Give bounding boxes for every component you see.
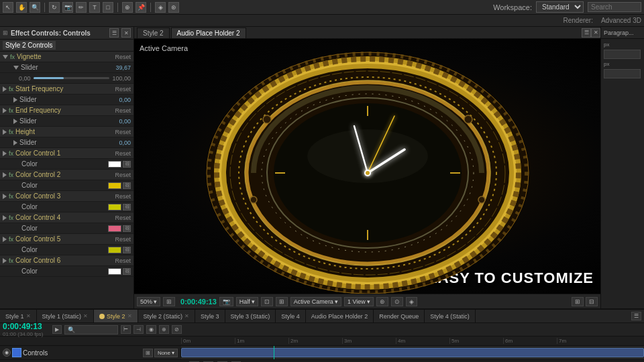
color2-row[interactable]: Color ⛓: [0, 180, 133, 191]
slider-h-value[interactable]: 0,00: [111, 139, 131, 146]
tool-rotate[interactable]: ↻: [49, 2, 60, 13]
color5-swatch[interactable]: [108, 247, 121, 253]
tl-tab-style1static[interactable]: Style 1 (Static) ✕: [37, 310, 95, 322]
layer-switches-btn[interactable]: ⊞: [143, 349, 153, 357]
view-dropdown[interactable]: 1 View ▾: [344, 297, 374, 306]
tool-pin[interactable]: 📌: [136, 2, 146, 13]
color3-swatch[interactable]: [108, 204, 121, 210]
color6-row[interactable]: Color ⛓: [0, 266, 133, 277]
vignette-header[interactable]: fx Vignette Reset: [0, 52, 133, 62]
tool-zoom[interactable]: 🔍: [30, 2, 40, 13]
color5-reset[interactable]: Reset: [115, 236, 131, 243]
camera-icon-btn[interactable]: 📷: [219, 297, 233, 306]
tl-search-input[interactable]: [64, 325, 118, 335]
track-content-area[interactable]: [181, 346, 644, 359]
quality-dropdown[interactable]: Half ▾: [236, 297, 258, 306]
end-freq-reset[interactable]: Reset: [115, 107, 131, 114]
comp-panel-close[interactable]: ✕: [591, 28, 600, 38]
color1-swatch[interactable]: [108, 161, 121, 168]
color4-chain[interactable]: ⛓: [123, 225, 131, 232]
tool-hand[interactable]: ✋: [16, 2, 27, 13]
rp-input2[interactable]: [604, 69, 641, 78]
viewport[interactable]: Active Camera: [134, 39, 600, 294]
tl-transport-btn4[interactable]: ⊕: [159, 325, 169, 334]
tool-camera[interactable]: 📷: [62, 2, 73, 13]
height-reset[interactable]: Reset: [115, 129, 131, 135]
height-header[interactable]: fx Height Reset: [0, 127, 133, 137]
vp-extra-btn[interactable]: ⊛: [376, 297, 388, 306]
tool-text[interactable]: T: [89, 2, 100, 13]
color5-header[interactable]: fx Color Control 5 Reset: [0, 234, 133, 245]
color4-reset[interactable]: Reset: [115, 215, 131, 221]
slider-sf-value[interactable]: 0,00: [111, 97, 131, 103]
start-freq-header[interactable]: fx Start Frequency Reset: [0, 84, 133, 95]
tl-tab-style2static[interactable]: Style 2 (Static) ✕: [138, 310, 196, 322]
tl-tab-renderqueue[interactable]: Render Queue: [374, 310, 425, 322]
color2-swatch[interactable]: [108, 182, 121, 189]
color3-row[interactable]: Color ⛓: [0, 202, 133, 213]
tool-mask[interactable]: ◈: [155, 2, 166, 13]
tl-tab-style2[interactable]: Style 2 ✕: [94, 310, 138, 322]
color6-swatch[interactable]: [108, 268, 121, 275]
tl-tab-style3static[interactable]: Style 3 (Static): [225, 310, 276, 322]
tool-roto[interactable]: ⊛: [168, 2, 179, 13]
height-slider-row[interactable]: Slider 0,00: [0, 137, 133, 148]
color2-header[interactable]: fx Color Control 2 Reset: [0, 170, 133, 180]
color4-header[interactable]: fx Color Control 4 Reset: [0, 213, 133, 223]
tl-tab-style4static[interactable]: Style 4 (Static): [425, 310, 476, 322]
tl-tab-audio2[interactable]: Audio Place Holder 2: [306, 310, 374, 322]
color4-swatch[interactable]: [108, 225, 121, 232]
comp-panel-menu[interactable]: ☰: [582, 28, 591, 38]
start-freq-slider-row[interactable]: Slider 0,00: [0, 95, 133, 105]
comp-tab-style2[interactable]: Style 2: [137, 27, 170, 38]
color1-row[interactable]: Color ⛓: [0, 159, 133, 170]
toggle-grid[interactable]: ⊞: [276, 297, 288, 306]
tl-tab-style1[interactable]: Style 1 ✕: [0, 310, 37, 322]
color5-row[interactable]: Color ⛓: [0, 245, 133, 255]
tl-transport-btn2[interactable]: ⊣: [133, 325, 144, 334]
tl-menu-btn[interactable]: ☰: [631, 312, 641, 320]
tl-transport-btn1[interactable]: ⊢: [121, 325, 131, 334]
color3-chain[interactable]: ⛓: [123, 204, 131, 210]
color2-reset[interactable]: Reset: [115, 172, 131, 178]
vp-extra-btn2[interactable]: ⊙: [391, 297, 403, 306]
vp-extra-btn3[interactable]: ◈: [406, 297, 417, 306]
workspace-select[interactable]: Standard: [536, 1, 584, 13]
color1-reset[interactable]: Reset: [115, 150, 131, 157]
panel-close-btn[interactable]: ✕: [121, 28, 131, 38]
vignette-reset-btn[interactable]: Reset: [115, 54, 131, 60]
resolution-btn[interactable]: ⊞: [163, 297, 175, 306]
panel-menu-btn[interactable]: ☰: [109, 28, 119, 38]
slider-ef-value[interactable]: 0,00: [111, 118, 131, 125]
tool-shape[interactable]: □: [103, 2, 113, 13]
slider-value[interactable]: 39,67: [111, 64, 131, 71]
search-input[interactable]: [588, 2, 641, 12]
vignette-slider-row[interactable]: Slider 39,67: [0, 62, 133, 73]
color6-header[interactable]: fx Color Control 6 Reset: [0, 255, 133, 266]
color4-row[interactable]: Color ⛓: [0, 223, 133, 234]
parent-dropdown[interactable]: None ▾: [154, 349, 178, 357]
color6-reset[interactable]: Reset: [115, 257, 131, 264]
layer-visibility-btn[interactable]: ◉: [3, 349, 11, 357]
tl-time-display[interactable]: 0:00:49:13: [3, 322, 50, 331]
tl-tab-style1static-close[interactable]: ✕: [83, 313, 88, 319]
tool-pen[interactable]: ✏: [76, 2, 87, 13]
color5-chain[interactable]: ⛓: [123, 247, 131, 253]
rp-input1[interactable]: [604, 50, 641, 59]
tl-tab-style1-close[interactable]: ✕: [26, 313, 31, 319]
zoom-dropdown[interactable]: 50% ▾: [137, 297, 160, 306]
color6-chain[interactable]: ⛓: [123, 268, 131, 275]
tool-puppet[interactable]: ⊕: [122, 2, 133, 13]
color1-header[interactable]: fx Color Control 1 Reset: [0, 148, 133, 159]
tl-transport-btn3[interactable]: ◉: [146, 325, 156, 334]
tl-tab-style3[interactable]: Style 3: [195, 310, 225, 322]
color2-chain[interactable]: ⛓: [123, 182, 131, 189]
tool-select[interactable]: ↖: [3, 2, 13, 13]
end-freq-slider-row[interactable]: Slider 0,00: [0, 116, 133, 127]
color3-reset[interactable]: Reset: [115, 193, 131, 200]
tl-play-btn[interactable]: ▶: [52, 325, 62, 334]
vp-right-1[interactable]: ⊞: [572, 297, 584, 306]
region-btn[interactable]: ⊡: [261, 297, 273, 306]
end-freq-header[interactable]: fx End Frequency Reset: [0, 105, 133, 116]
start-freq-reset[interactable]: Reset: [115, 86, 131, 93]
